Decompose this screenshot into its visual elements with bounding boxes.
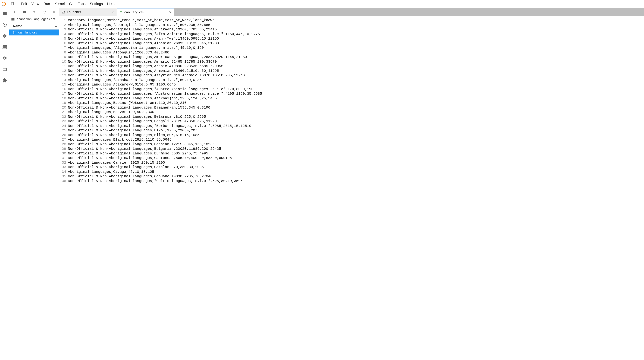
line-number: 2 <box>59 23 68 27</box>
header-name-label: Name <box>13 24 22 28</box>
line-content: Aboriginal languages,Atikamekw,6150,5465… <box>68 82 176 87</box>
line-number: 22 <box>59 114 68 119</box>
editor-line[interactable]: 35Non-Official & Non-Aboriginal language… <box>59 174 644 179</box>
file-browser: / canadian_languages / dat Name ▴ can_la… <box>9 8 59 360</box>
line-number: 35 <box>59 174 68 179</box>
line-content: Non-Official & Non-Aboriginal languages,… <box>68 69 219 73</box>
menu-git[interactable]: Git <box>67 1 76 7</box>
editor-line[interactable]: 31Non-Official & Non-Aboriginal language… <box>59 156 644 160</box>
editor-line[interactable]: 30Non-Official & Non-Aboriginal language… <box>59 151 644 156</box>
editor-line[interactable]: 27Aboriginal languages,Blackfoot,2815,11… <box>59 137 644 142</box>
menu-view[interactable]: View <box>29 1 41 7</box>
line-number: 26 <box>59 133 68 137</box>
line-number: 16 <box>59 87 68 92</box>
editor-line[interactable]: 5Non-Official & Non-Aboriginal languages… <box>59 36 644 41</box>
line-number: 11 <box>59 64 68 69</box>
editor-line[interactable]: 32Aboriginal languages,Carrier,1025,250,… <box>59 160 644 165</box>
spreadsheet-icon <box>119 11 122 14</box>
tab-can-lang-csv[interactable]: can_lang.csv <box>117 8 174 16</box>
line-number: 19 <box>59 101 68 105</box>
editor-line[interactable]: 28Non-Official & Non-Aboriginal language… <box>59 142 644 147</box>
menubar: FileEditViewRunKernelGitTabsSettingsHelp <box>0 0 644 8</box>
editor-line[interactable]: 13Non-Official & Non-Aboriginal language… <box>59 73 644 78</box>
line-number: 13 <box>59 73 68 78</box>
editor-line[interactable]: 21Aboriginal languages,Beaver,190,50,0,3… <box>59 110 644 114</box>
editor-line[interactable]: 9Non-Official & Non-Aboriginal languages… <box>59 55 644 59</box>
breadcrumb-seg[interactable]: dat <box>51 17 55 21</box>
editor-line[interactable]: 11Non-Official & Non-Aboriginal language… <box>59 64 644 69</box>
launcher-icon <box>62 11 65 14</box>
folder-icon[interactable] <box>2 11 7 16</box>
tab-label: Launcher <box>67 10 81 14</box>
running-icon[interactable] <box>2 22 7 27</box>
menu-edit[interactable]: Edit <box>19 1 29 7</box>
line-content: Non-Official & Non-Aboriginal languages,… <box>68 124 251 128</box>
file-browser-toolbar <box>9 8 59 16</box>
menu-help[interactable]: Help <box>105 1 116 7</box>
editor-line[interactable]: 2Aboriginal languages,"Aboriginal langua… <box>59 23 644 27</box>
editor-line[interactable]: 15Aboriginal languages,Atikamekw,6150,54… <box>59 82 644 87</box>
tabs-icon[interactable] <box>2 67 7 72</box>
tab-label: can_lang.csv <box>124 10 144 14</box>
svg-point-1 <box>5 2 6 3</box>
breadcrumb-seg[interactable]: / <box>17 17 18 21</box>
editor-line[interactable]: 10Non-Official & Non-Aboriginal language… <box>59 59 644 64</box>
menu-kernel[interactable]: Kernel <box>52 1 67 7</box>
editor-line[interactable]: 24Non-Official & Non-Aboriginal language… <box>59 124 644 128</box>
editor-line[interactable]: 1category,language,mother_tongue,most_at… <box>59 18 644 23</box>
editor-line[interactable]: 22Non-Official & Non-Aboriginal language… <box>59 114 644 119</box>
editor[interactable]: 1category,language,mother_tongue,most_at… <box>59 16 644 360</box>
editor-line[interactable]: 6Non-Official & Non-Aboriginal languages… <box>59 41 644 46</box>
menu-tabs[interactable]: Tabs <box>76 1 88 7</box>
editor-line[interactable]: 3Non-Official & Non-Aboriginal languages… <box>59 27 644 32</box>
breadcrumb-seg[interactable]: canadian_languages <box>18 17 48 21</box>
editor-line[interactable]: 25Non-Official & Non-Aboriginal language… <box>59 128 644 133</box>
list-item[interactable]: can_lang.csv <box>9 30 59 36</box>
line-number: 36 <box>59 179 68 184</box>
line-content: Non-Official & Non-Aboriginal languages,… <box>68 64 223 69</box>
editor-line[interactable]: 7Aboriginal languages,"Algonquian langua… <box>59 46 644 50</box>
new-folder-icon[interactable] <box>22 10 26 14</box>
editor-line[interactable]: 4Non-Official & Non-Aboriginal languages… <box>59 32 644 37</box>
line-number: 12 <box>59 69 68 73</box>
commands-icon[interactable] <box>2 45 7 49</box>
git-icon[interactable] <box>2 34 7 38</box>
editor-line[interactable]: 17Non-Official & Non-Aboriginal language… <box>59 91 644 96</box>
line-content: Non-Official & Non-Aboriginal languages,… <box>68 41 219 46</box>
editor-line[interactable]: 29Non-Official & Non-Aboriginal language… <box>59 146 644 151</box>
line-content: Non-Official & Non-Aboriginal languages,… <box>68 179 242 184</box>
editor-line[interactable]: 14Aboriginal languages,"Athabaskan langu… <box>59 78 644 82</box>
editor-line[interactable]: 33Non-Official & Non-Aboriginal language… <box>59 165 644 169</box>
editor-line[interactable]: 18Non-Official & Non-Aboriginal language… <box>59 96 644 101</box>
editor-line[interactable]: 16Non-Official & Non-Aboriginal language… <box>59 87 644 92</box>
svg-rect-5 <box>3 45 7 46</box>
git-button-icon[interactable] <box>52 10 56 14</box>
line-number: 15 <box>59 82 68 87</box>
spreadsheet-icon <box>13 31 16 34</box>
editor-line[interactable]: 20Non-Official & Non-Aboriginal language… <box>59 105 644 110</box>
line-content: Non-Official & Non-Aboriginal languages,… <box>68 55 247 59</box>
file-list-header[interactable]: Name ▴ <box>9 22 59 30</box>
editor-line[interactable]: 23Non-Official & Non-Aboriginal language… <box>59 119 644 124</box>
editor-line[interactable]: 34Aboriginal languages,Cayuga,45,10,10,1… <box>59 169 644 174</box>
editor-line[interactable]: 12Non-Official & Non-Aboriginal language… <box>59 69 644 73</box>
breadcrumb[interactable]: / canadian_languages / dat <box>9 16 59 22</box>
menu-run[interactable]: Run <box>41 1 52 7</box>
extensions-icon[interactable] <box>2 78 7 83</box>
tab-launcher[interactable]: Launcher <box>59 8 117 16</box>
menu-file[interactable]: File <box>8 1 19 7</box>
refresh-icon[interactable] <box>42 10 46 14</box>
editor-line[interactable]: 36Non-Official & Non-Aboriginal language… <box>59 179 644 184</box>
upload-icon[interactable] <box>32 10 36 14</box>
menu-settings[interactable]: Settings <box>88 1 105 7</box>
line-number: 20 <box>59 105 68 110</box>
new-launcher-icon[interactable] <box>12 10 16 14</box>
close-icon[interactable] <box>169 11 172 14</box>
settings-gear-icon[interactable] <box>2 56 7 61</box>
line-content: Aboriginal languages,"Algonquian languag… <box>68 46 204 50</box>
editor-line[interactable]: 8Aboriginal languages,Algonquin,1260,370… <box>59 50 644 55</box>
line-content: Non-Official & Non-Aboriginal languages,… <box>68 114 206 119</box>
close-icon[interactable] <box>111 11 114 14</box>
editor-line[interactable]: 19Aboriginal languages,Babine (Wetsuwet'… <box>59 101 644 105</box>
editor-line[interactable]: 26Non-Official & Non-Aboriginal language… <box>59 133 644 137</box>
